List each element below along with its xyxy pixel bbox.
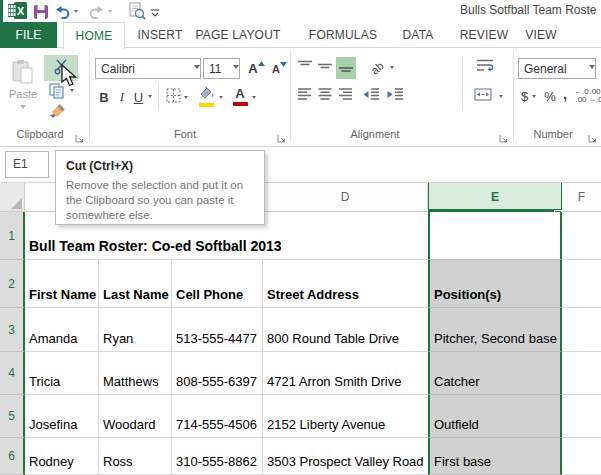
cell-a6[interactable]: Rodney xyxy=(25,438,99,475)
comma-style-button[interactable]: , xyxy=(560,83,570,103)
underline-dropdown-icon[interactable] xyxy=(148,95,152,100)
merge-center-dropdown-icon[interactable] xyxy=(499,95,503,100)
number-format-combo[interactable]: General xyxy=(518,58,596,79)
wrap-text-button[interactable] xyxy=(472,57,498,77)
cell-e5[interactable]: Outfield xyxy=(428,395,562,438)
decrease-indent-button[interactable] xyxy=(360,86,382,106)
redo-dropdown-icon[interactable] xyxy=(108,10,112,15)
borders-dropdown-icon[interactable] xyxy=(184,96,188,101)
cell-d3[interactable]: 800 Round Table Drive xyxy=(263,308,428,352)
cell-d5[interactable]: 2152 Liberty Avenue xyxy=(263,395,428,438)
print-preview-icon[interactable] xyxy=(128,2,146,20)
italic-button[interactable]: I xyxy=(115,86,129,108)
fill-color-dropdown-icon[interactable] xyxy=(219,96,223,101)
cell-c2[interactable]: Cell Phone xyxy=(172,260,263,308)
cell-e6[interactable]: First base xyxy=(428,438,562,475)
increase-font-size-button[interactable]: A xyxy=(246,57,267,79)
row-header-2[interactable]: 2 xyxy=(0,260,25,308)
font-dialog-launcher[interactable] xyxy=(276,131,286,141)
cell-c5[interactable]: 714-555-4506 xyxy=(172,395,263,438)
cell-a4[interactable]: Tricia xyxy=(25,352,99,395)
row-header-4[interactable]: 4 xyxy=(0,352,25,395)
align-right-button[interactable] xyxy=(336,86,354,106)
decrease-font-size-button[interactable]: A xyxy=(269,57,290,79)
cell-e2[interactable]: Position(s) xyxy=(428,260,562,308)
cell-f3[interactable] xyxy=(562,308,601,352)
name-box[interactable]: E1 xyxy=(5,151,49,178)
increase-decimal-button[interactable]: ←.0 .00 xyxy=(574,86,588,106)
row-header-5[interactable]: 5 xyxy=(0,395,25,438)
cell-f4[interactable] xyxy=(562,352,601,395)
paste-button[interactable]: Paste xyxy=(4,54,42,120)
percent-style-button[interactable]: % xyxy=(542,86,558,106)
increase-indent-button[interactable] xyxy=(384,86,406,106)
tab-page-layout[interactable]: PAGE LAYOUT xyxy=(193,22,283,48)
cell-b3[interactable]: Ryan xyxy=(99,308,172,352)
select-all-button[interactable] xyxy=(0,183,25,212)
cell-f5[interactable] xyxy=(562,395,601,438)
decrease-decimal-button[interactable]: .00 →.0 xyxy=(588,86,601,106)
bottom-align-button[interactable] xyxy=(336,57,356,79)
cell-a5[interactable]: Josefina xyxy=(25,395,99,438)
middle-align-button[interactable] xyxy=(316,57,334,77)
excel-logo-icon[interactable]: X xyxy=(8,2,27,20)
cell-b5[interactable]: Woodard xyxy=(99,395,172,438)
save-icon[interactable] xyxy=(34,4,48,22)
column-header-d[interactable]: D xyxy=(263,183,428,212)
underline-button[interactable]: U xyxy=(131,86,146,108)
font-color-button[interactable]: A xyxy=(231,85,249,107)
column-header-e-selected[interactable]: E xyxy=(428,183,562,212)
cell-b2[interactable]: Last Name xyxy=(99,260,172,308)
font-color-dropdown-icon[interactable] xyxy=(252,96,256,101)
orientation-button[interactable]: ab xyxy=(366,56,388,78)
copy-dropdown-icon[interactable] xyxy=(70,89,74,94)
tab-review[interactable]: REVIEW xyxy=(455,22,513,48)
alignment-dialog-launcher[interactable] xyxy=(498,131,508,141)
cell-c4[interactable]: 808-555-6397 xyxy=(172,352,263,395)
cell-b4[interactable]: Matthews xyxy=(99,352,172,395)
tab-file[interactable]: FILE xyxy=(0,22,57,48)
tab-data[interactable]: DATA xyxy=(397,22,439,48)
cell-c3[interactable]: 513-555-4477 xyxy=(172,308,263,352)
align-left-button[interactable] xyxy=(296,86,314,106)
top-align-button[interactable] xyxy=(296,57,314,77)
cell-f1[interactable] xyxy=(562,212,601,260)
number-dialog-launcher[interactable] xyxy=(587,131,597,141)
bold-button[interactable]: B xyxy=(95,86,113,108)
cell-d2[interactable]: Street Address xyxy=(263,260,428,308)
row-header-3[interactable]: 3 xyxy=(0,308,25,352)
align-center-button[interactable] xyxy=(316,86,334,106)
cell-e1-active[interactable] xyxy=(428,212,562,260)
accounting-format-button[interactable]: $ xyxy=(518,86,531,106)
cell-f6[interactable] xyxy=(562,438,601,475)
tab-formulas[interactable]: FORMULAS xyxy=(305,22,381,48)
redo-icon[interactable] xyxy=(89,4,104,22)
font-name-combo[interactable]: Calibri xyxy=(95,58,201,79)
tab-home[interactable]: HOME xyxy=(63,22,125,49)
cell-c6[interactable]: 310-555-8862 xyxy=(172,438,263,475)
tab-insert[interactable]: INSERT xyxy=(133,22,187,48)
font-size-combo[interactable]: 11 xyxy=(203,58,240,79)
customize-quick-access-icon[interactable] xyxy=(150,5,160,23)
row-header-1[interactable]: 1 xyxy=(0,212,25,260)
clipboard-dialog-launcher[interactable] xyxy=(74,131,84,141)
cell-a2[interactable]: First Name xyxy=(25,260,99,308)
borders-button[interactable] xyxy=(164,87,182,107)
cell-e4[interactable]: Catcher xyxy=(428,352,562,395)
undo-dropdown-icon[interactable] xyxy=(74,10,78,15)
cell-e3[interactable]: Pitcher, Second base xyxy=(428,308,562,352)
cell-a3[interactable]: Amanda xyxy=(25,308,99,352)
fill-color-button[interactable] xyxy=(196,85,216,107)
cell-d6[interactable]: 3503 Prospect Valley Road xyxy=(263,438,428,475)
orientation-dropdown-icon[interactable] xyxy=(390,66,394,71)
cell-d4[interactable]: 4721 Arron Smith Drive xyxy=(263,352,428,395)
tab-view[interactable]: VIEW xyxy=(520,22,562,48)
undo-icon[interactable] xyxy=(55,4,70,22)
merge-center-button[interactable] xyxy=(470,86,496,106)
row-header-6[interactable]: 6 xyxy=(0,438,25,475)
format-painter-button[interactable] xyxy=(45,102,71,120)
cell-b6[interactable]: Ross xyxy=(99,438,172,475)
cell-f2[interactable] xyxy=(562,260,601,308)
accounting-dropdown-icon[interactable] xyxy=(532,95,536,100)
column-header-f[interactable]: F xyxy=(562,183,601,212)
